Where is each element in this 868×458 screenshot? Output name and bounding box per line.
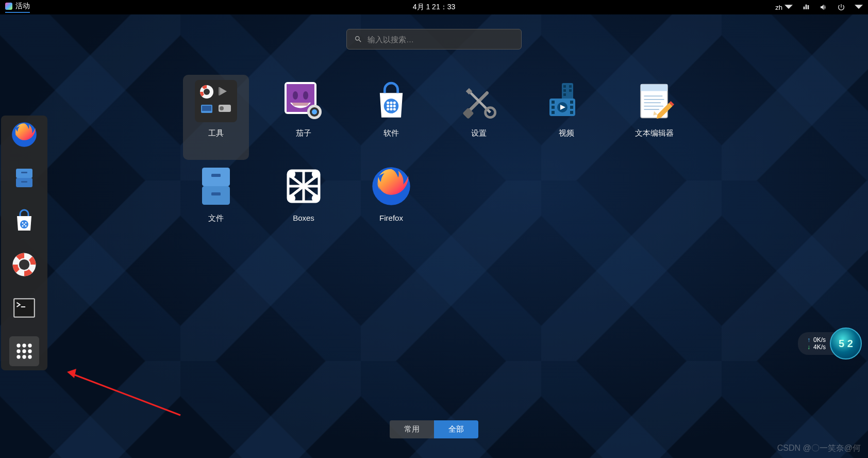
svg-rect-29 xyxy=(202,106,211,111)
svg-rect-74 xyxy=(211,174,221,177)
svg-point-35 xyxy=(303,91,308,100)
dock-item-help[interactable] xyxy=(9,250,39,280)
firefox-icon xyxy=(11,121,38,148)
text-editor-icon xyxy=(633,80,675,122)
app-label: 设置 xyxy=(471,128,487,138)
app-tools[interactable]: 工具 xyxy=(183,75,249,160)
dock-item-software[interactable] xyxy=(9,206,39,236)
svg-point-38 xyxy=(312,109,317,114)
svg-point-40 xyxy=(387,102,389,104)
svg-point-20 xyxy=(28,349,31,353)
tools-folder-icon xyxy=(195,80,237,122)
svg-point-23 xyxy=(28,355,31,358)
svg-point-46 xyxy=(390,108,392,110)
dock-item-firefox[interactable] xyxy=(9,120,39,150)
top-panel: 活动 4月 1 21：33 zh xyxy=(0,0,868,14)
volume-icon[interactable] xyxy=(820,3,828,11)
network-widget[interactable]: ↑0K/s ↓4K/s 5 2 xyxy=(798,328,862,359)
input-method-indicator[interactable]: zh xyxy=(775,3,793,11)
svg-point-47 xyxy=(387,105,389,107)
boxes-icon xyxy=(282,165,325,207)
app-software[interactable]: 软件 xyxy=(358,75,424,160)
svg-point-34 xyxy=(293,91,298,100)
svg-rect-66 xyxy=(641,85,667,91)
svg-point-16 xyxy=(22,343,26,347)
dock-item-show-apps[interactable] xyxy=(9,336,39,366)
app-label: Firefox xyxy=(379,214,403,222)
dock-item-terminal[interactable] xyxy=(9,293,39,323)
search-bar[interactable] xyxy=(346,29,522,50)
app-text-editor[interactable]: 文本编辑器 xyxy=(621,75,687,160)
svg-point-18 xyxy=(16,349,20,353)
svg-point-17 xyxy=(28,343,31,347)
software-icon xyxy=(370,80,412,122)
svg-rect-4 xyxy=(21,181,27,183)
svg-point-79 xyxy=(289,195,294,201)
svg-point-31 xyxy=(220,106,224,110)
app-label: 茄子 xyxy=(296,128,311,138)
toggle-all[interactable]: 全部 xyxy=(434,420,478,438)
svg-rect-58 xyxy=(552,101,555,104)
svg-point-7 xyxy=(25,222,27,224)
globe-icon: 5 2 xyxy=(830,328,862,359)
app-label: 软件 xyxy=(383,128,399,138)
app-label: Boxes xyxy=(293,214,314,222)
dock-item-files[interactable] xyxy=(9,163,39,193)
chevron-down-icon xyxy=(784,3,793,11)
svg-point-44 xyxy=(390,105,392,107)
svg-rect-53 xyxy=(563,89,566,92)
network-stats: ↑0K/s ↓4K/s xyxy=(798,332,834,355)
svg-rect-61 xyxy=(570,101,573,104)
svg-point-21 xyxy=(16,355,20,358)
svg-point-77 xyxy=(289,172,294,177)
svg-rect-75 xyxy=(211,192,221,195)
file-cabinet-icon xyxy=(12,166,37,190)
files-icon xyxy=(195,165,237,207)
view-toggle: 常用 全部 xyxy=(390,420,478,438)
svg-point-41 xyxy=(393,102,396,104)
svg-rect-52 xyxy=(563,85,566,88)
app-files[interactable]: 文件 xyxy=(183,160,249,245)
svg-point-15 xyxy=(16,343,20,347)
svg-point-10 xyxy=(24,224,25,225)
svg-point-48 xyxy=(393,105,396,107)
watermark: CSDN @〇一笑奈@何 xyxy=(777,443,861,454)
svg-point-78 xyxy=(313,172,318,177)
svg-rect-14 xyxy=(14,299,34,316)
svg-point-9 xyxy=(25,225,27,227)
app-label: 文本编辑器 xyxy=(635,128,674,138)
svg-rect-63 xyxy=(570,111,573,114)
power-icon[interactable] xyxy=(837,3,845,11)
search-input[interactable] xyxy=(368,35,514,44)
app-firefox[interactable]: Firefox xyxy=(358,160,424,245)
app-settings[interactable]: 设置 xyxy=(446,75,512,160)
svg-point-26 xyxy=(204,89,210,95)
clock[interactable]: 4月 1 21：33 xyxy=(413,3,456,12)
app-videos[interactable]: 视频 xyxy=(533,75,599,160)
activities-icon xyxy=(5,3,12,10)
svg-point-6 xyxy=(22,222,24,224)
svg-rect-62 xyxy=(570,106,573,109)
activities-button[interactable]: 活动 xyxy=(5,2,30,13)
app-label: 文件 xyxy=(208,214,224,223)
network-icon[interactable] xyxy=(802,3,810,11)
lifebuoy-icon xyxy=(10,251,38,279)
app-label: 视频 xyxy=(559,128,574,138)
activities-label: 活动 xyxy=(15,2,30,11)
svg-rect-56 xyxy=(569,89,572,92)
toggle-frequent[interactable]: 常用 xyxy=(390,420,434,438)
svg-rect-54 xyxy=(563,93,566,96)
video-icon xyxy=(545,80,588,122)
svg-point-12 xyxy=(19,259,29,270)
svg-point-43 xyxy=(393,108,396,110)
svg-rect-24 xyxy=(195,80,237,122)
chevron-down-icon[interactable] xyxy=(855,3,863,11)
app-boxes[interactable]: Boxes xyxy=(271,160,337,245)
lang-code: zh xyxy=(775,4,782,11)
app-cheese[interactable]: 茄子 xyxy=(271,75,337,160)
upload-speed: 0K/s xyxy=(813,336,826,343)
download-speed: 4K/s xyxy=(813,343,826,351)
svg-rect-27 xyxy=(219,87,220,95)
terminal-icon xyxy=(11,295,37,321)
svg-rect-3 xyxy=(21,172,27,173)
